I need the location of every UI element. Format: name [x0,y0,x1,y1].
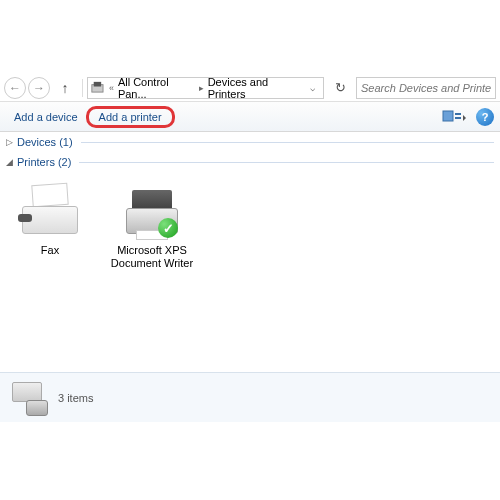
device-label: Fax [8,244,92,257]
status-bar: 3 items [0,372,500,422]
device-label: Microsoft XPS Document Writer [110,244,194,270]
device-fax[interactable]: Fax [8,184,92,270]
group-label: Devices (1) [17,136,73,148]
printer-icon: ✓ [120,184,184,240]
refresh-button[interactable]: ↻ [330,77,350,99]
svg-rect-2 [443,111,453,121]
default-check-icon: ✓ [158,218,178,238]
breadcrumb-part[interactable]: Devices and Printers [206,76,304,100]
address-dropdown-icon[interactable]: ⌵ [304,83,321,93]
address-bar[interactable]: « All Control Pan... ▸ Devices and Print… [87,77,324,99]
svg-rect-1 [94,81,101,86]
navigation-bar: ← → ↑ « All Control Pan... ▸ Devices and… [0,74,500,102]
group-header-devices[interactable]: ▷ Devices (1) [0,132,500,152]
breadcrumb-prefix: « [107,83,116,93]
devices-summary-icon [8,380,50,416]
fax-icon [18,184,82,240]
group-header-printers[interactable]: ◢ Printers (2) [0,152,500,172]
help-button[interactable]: ? [476,108,494,126]
add-printer-button[interactable]: Add a printer [86,106,175,128]
collapse-icon: ▷ [6,137,13,147]
status-text: 3 items [58,392,93,404]
svg-rect-3 [455,113,461,115]
divider [81,142,494,143]
svg-rect-4 [455,117,461,119]
forward-button[interactable]: → [28,77,50,99]
chevron-right-icon: ▸ [197,83,206,93]
add-device-button[interactable]: Add a device [6,107,86,127]
up-button[interactable]: ↑ [56,78,74,98]
location-icon [90,80,105,96]
back-button[interactable]: ← [4,77,26,99]
printers-items: Fax ✓ Microsoft XPS Document Writer [0,172,500,282]
divider [79,162,494,163]
breadcrumb-part[interactable]: All Control Pan... [116,76,197,100]
search-input[interactable] [356,77,496,99]
view-options-button[interactable] [442,108,466,126]
separator [82,79,83,97]
toolbar: Add a device Add a printer ? [0,102,500,132]
device-xps-writer[interactable]: ✓ Microsoft XPS Document Writer [110,184,194,270]
expand-icon: ◢ [6,157,13,167]
group-label: Printers (2) [17,156,71,168]
content-whitespace [0,282,500,372]
top-whitespace [0,0,500,74]
